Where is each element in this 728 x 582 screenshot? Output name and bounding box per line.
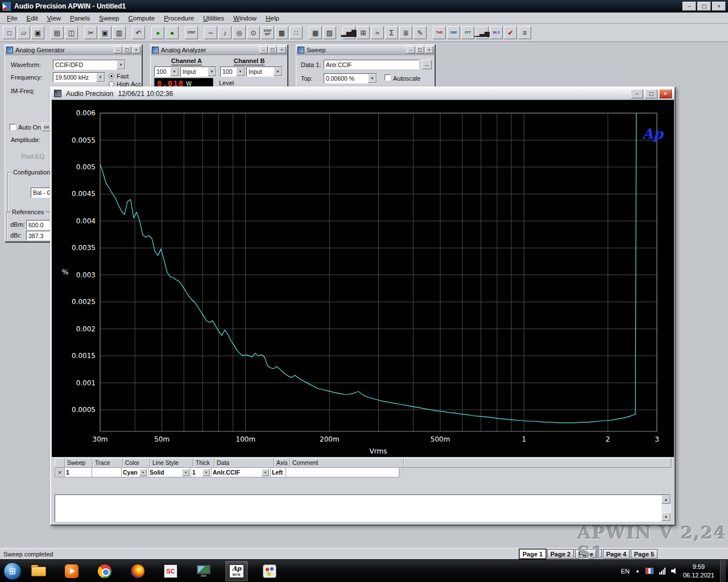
range-b-select[interactable]: 100 ▼ <box>220 66 245 77</box>
trace-cell-trace[interactable] <box>92 468 122 477</box>
fast-radio[interactable] <box>109 73 114 79</box>
trace-cell-data[interactable]: Anlr.CCIF▼ <box>211 468 271 477</box>
trace-cell-thick[interactable]: 1▼ <box>191 468 212 477</box>
trace-cell-color[interactable]: Cyan▼ <box>121 468 148 477</box>
dropdown-arrow-icon[interactable]: ▼ <box>182 469 189 476</box>
toolbar-edit-procedure-button[interactable]: ✎ <box>413 26 427 39</box>
taskbar-firefox-button[interactable] <box>126 561 149 581</box>
toolbar-compute-button[interactable]: Σ <box>385 26 398 39</box>
trace-cell-line-style[interactable]: Solid▼ <box>148 468 191 477</box>
auto-on-checkbox[interactable] <box>10 124 16 130</box>
network-icon[interactable] <box>659 568 665 575</box>
toolbar-log-button[interactable]: ≡ <box>518 26 531 39</box>
toolbar-snr-button[interactable]: SNR <box>447 26 460 39</box>
taskbar-explorer-button[interactable] <box>27 561 50 581</box>
dropdown-arrow-icon[interactable]: ▼ <box>170 67 179 76</box>
taskbar-media-player-button[interactable] <box>60 561 83 581</box>
sweep-minimize-button[interactable]: – <box>407 46 415 53</box>
input-a-select[interactable]: Input ▼ <box>180 66 217 77</box>
graph-maximize-button[interactable]: ▢ <box>645 89 657 98</box>
toolbar-save-button[interactable]: ▣ <box>31 26 44 39</box>
menu-procedure[interactable]: Procedure <box>159 14 198 23</box>
data1-field[interactable]: Anlr.CCIF <box>324 60 419 69</box>
toolbar-xy-display-button[interactable]: ∷ <box>289 26 303 39</box>
dbr-field[interactable]: 387.3 <box>26 231 50 240</box>
comment-box[interactable]: ▲ ▼ <box>55 494 671 522</box>
analyzer-minimize-button[interactable]: – <box>259 46 268 53</box>
dropdown-arrow-icon[interactable]: ▼ <box>236 67 245 76</box>
dropdown-arrow-icon[interactable]: ▼ <box>96 73 105 82</box>
sweep-titlebar[interactable]: Sweep – ▢ × <box>296 45 435 55</box>
clock[interactable]: 9:59 06.12.2021 <box>683 563 714 580</box>
toolbar-print-button[interactable]: ▤ <box>51 26 64 39</box>
autoscale-checkbox[interactable] <box>384 74 391 81</box>
analog-analyzer-titlebar[interactable]: Analog Analyzer – ▢ × <box>151 45 287 55</box>
show-desktop-button[interactable] <box>720 560 726 582</box>
top-select[interactable]: 0.00600 % ▼ <box>324 73 377 84</box>
dropdown-arrow-icon[interactable]: ▼ <box>208 67 216 76</box>
scroll-up-icon[interactable]: ▲ <box>661 495 671 504</box>
toolbar-meter-button[interactable]: ◎ <box>233 26 246 39</box>
graph-close-button[interactable]: × <box>659 89 672 98</box>
tray-expand-icon[interactable]: ▲ <box>635 568 640 573</box>
analog-generator-titlebar[interactable]: Analog Generator – ▢ × <box>5 45 142 55</box>
toolbar-spectrum-button[interactable]: ▁▃▅ <box>475 26 489 39</box>
toolbar-undo-button[interactable]: ↶ <box>132 26 145 39</box>
trace-cell-sweep[interactable]: 1 <box>64 468 92 477</box>
window-maximize-button[interactable]: ▢ <box>697 2 711 11</box>
toolbar-panel-b-button[interactable]: ▨ <box>323 26 336 39</box>
toolbar-sweep-display-button[interactable]: ⊞ <box>357 26 370 39</box>
menu-sweep[interactable]: Sweep <box>94 14 123 23</box>
toolbar-fft-button[interactable]: FFT <box>461 26 474 39</box>
page-button-page-1[interactable]: Page 1 <box>519 549 546 559</box>
toolbar-macro-button[interactable]: ≣ <box>399 26 412 39</box>
toolbar-settling-button[interactable]: ≈ <box>371 26 384 39</box>
toolbar-panel-a-button[interactable]: ▦ <box>309 26 322 39</box>
dropdown-arrow-icon[interactable]: ▼ <box>368 74 377 83</box>
toolbar-copy-button[interactable]: ▣ <box>98 26 111 39</box>
dropdown-arrow-icon[interactable]: ▼ <box>202 469 210 476</box>
volume-icon[interactable] <box>671 568 677 574</box>
frequency-select[interactable]: 19.5000 kHz ▼ <box>53 72 105 82</box>
toolbar-speaker-button[interactable]: ♪ <box>218 26 231 39</box>
taskbar-apwin-button[interactable]: Ap WIN <box>225 561 248 581</box>
page-button-page-2[interactable]: Page 2 <box>547 549 574 559</box>
input-b-select[interactable]: Input ▼ <box>246 66 283 77</box>
menu-edit[interactable]: Edit <box>22 14 43 23</box>
keyboard-layout-icon[interactable] <box>646 568 653 574</box>
dropdown-arrow-icon[interactable]: ▼ <box>139 469 147 476</box>
language-indicator[interactable]: EN <box>621 568 630 575</box>
generator-maximize-button[interactable]: ▢ <box>123 46 131 53</box>
taskbar-capture-button[interactable] <box>192 561 215 581</box>
toolbar-stat-bit-button[interactable]: STAT BIT <box>261 26 274 39</box>
toolbar-new-button[interactable]: □ <box>3 26 16 39</box>
toolbar-dither-button[interactable]: ▩ <box>275 26 288 39</box>
dropdown-arrow-icon[interactable]: ▼ <box>262 469 269 476</box>
toolbar-sine-button[interactable]: ∼ <box>204 26 217 39</box>
waveform-select[interactable]: CCIF/DFD ▼ <box>53 60 126 70</box>
dropdown-arrow-icon[interactable]: ▼ <box>274 67 282 76</box>
generator-minimize-button[interactable]: – <box>114 46 122 53</box>
taskbar-chrome-button[interactable] <box>93 561 116 581</box>
toolbar-bargraph-button[interactable]: ▂▅▇ <box>342 26 355 39</box>
window-minimize-button[interactable]: – <box>682 2 696 11</box>
toolbar-generator-on-button[interactable]: ● <box>151 26 164 39</box>
generator-close-button[interactable]: × <box>132 46 140 53</box>
analyzer-maximize-button[interactable]: ▢ <box>268 46 277 53</box>
toolbar-mls-button[interactable]: MLS <box>490 26 503 39</box>
menu-utilities[interactable]: Utilities <box>198 14 229 23</box>
taskbar-soundcheck-button[interactable]: SC <box>159 561 182 581</box>
menu-file[interactable]: File <box>2 14 22 23</box>
toolbar-print-preview-button[interactable]: ◫ <box>65 26 78 39</box>
dropdown-arrow-icon[interactable]: ▼ <box>117 60 125 69</box>
toolbar-open-button[interactable]: ▱ <box>17 26 30 39</box>
toolbar-cut-button[interactable]: ✂ <box>84 26 97 39</box>
trace-enable-cell[interactable]: × <box>55 468 65 477</box>
taskbar-paint-button[interactable] <box>258 561 281 581</box>
toolbar-thd-button[interactable]: THD <box>433 26 446 39</box>
menu-panels[interactable]: Panels <box>65 14 94 23</box>
comment-scrollbar[interactable]: ▲ ▼ <box>661 495 671 521</box>
toolbar-paste-button[interactable]: ▥ <box>113 26 126 39</box>
trace-cell-comment[interactable] <box>286 468 399 477</box>
menu-compute[interactable]: Compute <box>123 14 159 23</box>
